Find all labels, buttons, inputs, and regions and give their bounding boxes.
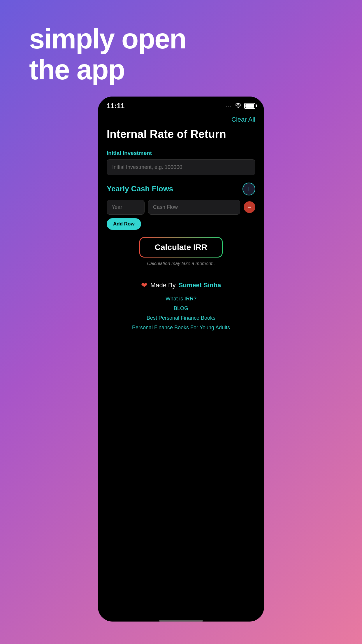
yearly-title: Yearly Cash Flows (107, 184, 173, 193)
battery-icon (244, 103, 255, 109)
phone-frame: 11:11 ··· Clear All Internal Rate of Ret… (98, 97, 264, 622)
home-indicator (159, 620, 203, 622)
clear-all-button[interactable]: Clear All (107, 116, 255, 123)
hero-line1: simply open (29, 23, 186, 54)
add-row-button[interactable]: Add Row (107, 218, 141, 230)
wifi-icon (235, 102, 241, 110)
footer-link-irr[interactable]: What is IRR? (107, 296, 255, 302)
status-bar: 11:11 ··· (98, 97, 264, 113)
cashflow-row: − (107, 200, 255, 215)
hero-line2: the app (29, 54, 124, 85)
add-cashflow-button[interactable]: + (242, 183, 255, 195)
initial-investment-input[interactable] (107, 159, 255, 175)
calculate-section: Calculate IRR (107, 237, 255, 258)
year-input[interactable] (107, 200, 145, 215)
app-content: Clear All Internal Rate of Return Initia… (98, 113, 264, 616)
yearly-cashflows-section: Yearly Cash Flows + − Add Row (107, 183, 255, 237)
made-by: ❤ Made By Sumeet Sinha (107, 281, 255, 290)
remove-row-button[interactable]: − (244, 201, 255, 213)
yearly-header: Yearly Cash Flows + (107, 183, 255, 195)
minus-icon: − (247, 203, 252, 211)
footer: ❤ Made By Sumeet Sinha What is IRR? BLOG… (107, 275, 255, 331)
dots-icon: ··· (226, 104, 232, 108)
cashflow-input[interactable] (148, 200, 240, 215)
status-icons: ··· (226, 102, 255, 110)
footer-link-young-adults[interactable]: Personal Finance Books For Young Adults (107, 325, 255, 331)
footer-link-blog[interactable]: BLOG (107, 305, 255, 312)
plus-icon: + (247, 184, 251, 194)
footer-link-finance-books[interactable]: Best Personal Finance Books (107, 315, 255, 321)
calculate-irr-button[interactable]: Calculate IRR (140, 238, 222, 257)
calculate-btn-container: Calculate IRR (139, 237, 223, 258)
made-by-prefix: Made By (150, 281, 176, 289)
made-by-name[interactable]: Sumeet Sinha (179, 281, 221, 289)
status-time: 11:11 (107, 102, 124, 110)
heart-icon: ❤ (141, 281, 147, 290)
hero-text: simply open the app (0, 0, 186, 85)
calc-note: Calculation may take a moment.. (107, 261, 255, 266)
initial-investment-section: Initial Investment (107, 150, 255, 183)
initial-investment-label: Initial Investment (107, 150, 255, 156)
page-title: Internal Rate of Return (107, 128, 255, 141)
